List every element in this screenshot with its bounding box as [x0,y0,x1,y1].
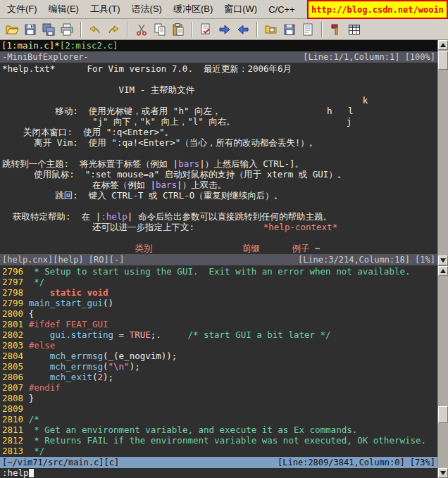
help-statusline[interactable]: [help.cnx][help] [RO][-] [Line:3/214,Col… [0,254,437,265]
help-window[interactable]: *help.txt* For Vim version 7.0. 最近更新：200… [0,63,437,254]
text-line: 类别 前缀 例子 ~ [2,243,437,253]
text-segment: 还可以进一步指定上下文: [2,222,263,232]
help-scrollbar[interactable] [438,40,448,265]
text-line: 移动: 使用光标键，或者用 "h" 向左， h l [2,106,437,116]
menu-item-window[interactable]: 窗口(W) [218,0,263,19]
command-line[interactable]: :help [0,468,437,478]
line-number: 2805 [2,361,29,372]
text-segment [29,329,50,340]
menu-item-cpp[interactable]: C/C++ [263,1,301,18]
redo-icon[interactable] [104,20,123,39]
toolbar-separator [127,22,128,37]
text-line: 2801 #ifdef FEAT_GUI [2,319,437,329]
text-line: 跳回: 键入 CTRL-T 或 CTRL-O（重复则继续向后）。 [2,190,437,201]
menu-item-edit[interactable]: 编辑(E) [43,0,85,19]
find-prev-icon[interactable] [234,20,252,39]
text-segment [29,351,50,361]
code-window[interactable]: 2796 * Setup to start using the GUI. Exi… [0,265,437,457]
find-replace-icon[interactable] [197,20,216,39]
toolbar-separator [256,22,258,37]
statusline-right: [Line:1/1,Column:1] [100%] [303,51,435,63]
find-next-icon[interactable] [216,20,234,39]
command-text: :help [2,468,29,478]
text-line: VIM - 主帮助文件 [2,84,437,95]
text-line: 2796 * Setup to start using the GUI. Exi… [2,266,437,277]
text-segment: 跳回: 键入 CTRL-T 或 CTRL-O（重复则继续向后）。 [2,190,282,201]
scroll-up-button[interactable] [438,266,448,276]
text-line: 2797 */ [2,277,437,287]
text-segment: TRUE [130,329,151,340]
url-overlay-banner: http://blog.csdn.net/wooin [307,0,448,19]
text-segment: *help.txt* For Vim version 7.0. 最近更新：200… [2,63,292,74]
text-line: 获取特定帮助: 在 |:help| 命令后给出参数可以直接跳转到任何的帮助主题。 [2,211,437,222]
open-icon[interactable] [3,20,21,39]
minibuf-statusline[interactable]: -MiniBufExplorer- [Line:1/1,Column:1] [1… [0,51,437,63]
ctags-icon[interactable] [345,20,363,39]
text-segment: ~ [309,243,320,253]
text-segment: ( [92,372,98,382]
text-line: 2806 mch_exit(2); [2,372,437,382]
text-segment: |）上然后输入 CTRL-]。 [199,158,304,169]
text-segment: 2 [98,372,104,382]
text-segment [29,287,50,298]
text-line: 在标签（例如 |bars|）上双击。 [2,180,437,190]
copy-icon[interactable] [151,20,169,39]
scrollbar-thumb[interactable] [438,406,448,423]
text-segment: = [113,329,130,340]
print-icon[interactable] [58,20,76,39]
make-icon[interactable] [327,20,345,39]
scroll-up-button[interactable] [438,40,448,50]
text-segment: */ [29,446,45,456]
text-line: 2807 #endif [2,382,437,393]
text-segment: ( [103,361,108,372]
line-number: 2801 [2,319,29,329]
menu-item-file[interactable]: 文件(F) [1,0,43,19]
text-segment: ;. [151,329,188,340]
save-all-icon[interactable] [39,20,58,39]
line-number: 2810 [2,414,29,424]
save-session-icon[interactable] [280,20,299,39]
url-text: http://blog.csdn.net/wooin [311,5,444,15]
text-segment: 获取特定帮助: 在 | [2,211,101,222]
text-segment: () [103,298,113,308]
menu-item-buffers[interactable]: 缓冲区(B) [168,0,218,19]
statusline-left: -MiniBufExplorer- [2,51,89,63]
text-line: 2803 #else [2,340,437,351]
scroll-down-button[interactable] [438,468,448,478]
text-line: "j" 向下，"k" 向上，"l" 向右。 j [2,116,437,127]
text-segment: *help-context* [263,222,337,232]
main-statusline[interactable]: [~/vim71/src/main.c][c] [Line:2809/3841,… [0,457,437,468]
buffer-tab-1[interactable]: [1:main.c]* [1,40,60,51]
text-segment [152,243,242,253]
text-segment: ); [103,372,113,382]
text-segment: } [29,393,35,403]
arrow-down-icon [440,471,446,475]
paste-icon[interactable] [169,20,187,39]
cut-icon[interactable] [132,20,151,39]
buffer-tab-2[interactable]: [2:misc2.c] [60,40,118,51]
text-segment: VIM - 主帮助文件 [2,84,194,95]
text-line: 2812 * Returns FAIL if the environment v… [2,435,437,446]
load-session-icon[interactable] [262,20,280,39]
text-line: 2811 * Get an environment variable, and … [2,424,437,435]
text-segment: 使用鼠标: ":set mouse=a" 启动对鼠标的支持（用于 xterm 或… [2,169,346,180]
text-segment: 移动: 使用光标键，或者用 "h" 向左， h l [2,106,354,116]
arrow-up-icon [440,269,446,273]
text-line: 还可以进一步指定上下文: *help-context* [2,222,437,232]
text-segment: mch_exit [50,372,92,382]
scroll-down-button[interactable] [438,256,448,265]
text-line: 关闭本窗口: 使用 ":q<Enter>"。 [2,127,437,137]
menu-item-syntax[interactable]: 语法(S) [126,0,168,19]
text-segment: 在标签（例如 | [2,180,156,190]
text-segment: 前缀 [242,243,260,253]
menu-item-tools[interactable]: 工具(T) [85,0,126,19]
run-script-icon[interactable] [299,20,317,39]
scrollbar-thumb[interactable] [438,51,448,70]
undo-icon[interactable] [86,20,104,39]
text-segment: "\n" [108,361,130,372]
text-line: 2808 } [2,393,437,403]
code-scrollbar[interactable] [438,265,448,478]
text-segment: * Setup to start using the GUI. Exit wit… [29,266,411,277]
text-segment: k [2,95,368,106]
save-icon[interactable] [21,20,39,39]
